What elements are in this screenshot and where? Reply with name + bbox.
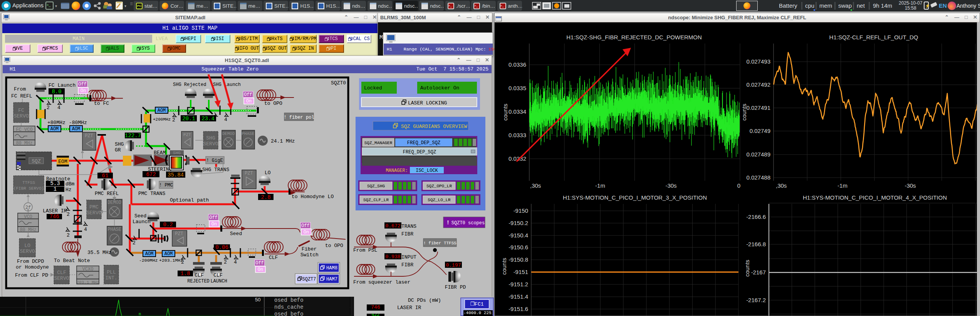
svg-text:LO: LO (24, 243, 30, 249)
svg-text:! GigE: ! GigE (206, 158, 223, 163)
svg-text:35.84: 35.84 (168, 172, 184, 178)
svg-text:Seed: Seed (230, 231, 242, 237)
svg-text:DEMOD: DEMOD (107, 200, 121, 205)
svg-text:to OPO: to OPO (325, 243, 343, 249)
svg-text:672: 672 (146, 171, 156, 178)
svg-text:-9150.4: -9150.4 (508, 232, 528, 239)
svg-text:H1:SQZ-SHG_FIBR_REJECTED_DC_PO: H1:SQZ-SHG_FIBR_REJECTED_DC_POWERMON (566, 34, 702, 40)
svg-text:2: 2 (67, 212, 70, 217)
svg-text:CLF: CLF (213, 272, 222, 278)
svg-text:EOM: EOM (58, 159, 67, 165)
svg-text:SQZT0 scopes: SQZT0 scopes (451, 220, 485, 226)
svg-text:AOM: AOM (164, 251, 173, 257)
svg-text:AOM: AOM (72, 126, 81, 132)
svg-text:1: 1 (54, 186, 57, 192)
svg-text:50: 50 (255, 297, 260, 303)
svg-text:SQZ_SHG: SQZ_SHG (367, 184, 385, 188)
svg-text:-9150.2: -9150.2 (508, 220, 528, 226)
svg-text:counts: counts (502, 104, 508, 121)
svg-text:35.5 MHz: 35.5 MHz (87, 250, 111, 255)
svg-text:to OPO: to OPO (264, 101, 282, 106)
svg-text:0.2: 0.2 (163, 222, 173, 228)
svg-text:CLF: CLF (269, 255, 278, 261)
svg-text:0.027489: 0.027489 (746, 151, 770, 158)
svg-text:On: On (304, 230, 309, 235)
svg-text:,30s: ,30s (776, 182, 787, 189)
svg-text:! PMC: ! PMC (159, 183, 173, 188)
svg-text:SHG: SHG (173, 151, 181, 155)
svg-text:1.8: 1.8 (180, 271, 190, 277)
svg-text:H1:SYS-MOTION_C_PICO_I_MOTOR_3: H1:SYS-MOTION_C_PICO_I_MOTOR_3_X_POSITIO… (563, 194, 707, 201)
svg-text:PZT: PZT (183, 133, 191, 137)
svg-text:2: 2 (213, 117, 216, 123)
svg-text:REJECTED: REJECTED (187, 279, 210, 284)
svg-text:+200MHz: +200MHz (153, 117, 171, 122)
svg-text:0.197: 0.197 (446, 262, 461, 268)
svg-text:SERVO: SERVO (54, 276, 69, 281)
svg-text:PHASE: PHASE (107, 227, 121, 232)
svg-text:SQZT0: SQZT0 (331, 80, 346, 86)
svg-text:-9150.8: -9150.8 (508, 256, 528, 263)
svg-text:61: 61 (102, 173, 109, 179)
svg-text:5.3: 5.3 (50, 180, 60, 187)
svg-text:-2167.2: -2167.2 (746, 297, 766, 303)
svg-text:HAM7: HAM7 (326, 277, 337, 282)
svg-text:SHG: SHG (115, 141, 124, 147)
svg-text:80 MHz: 80 MHz (20, 227, 36, 233)
svg-text:LASER IR: LASER IR (43, 208, 67, 214)
svg-text:!: ! (446, 220, 450, 226)
svg-text:0.672: 0.672 (385, 223, 400, 229)
svg-text:0.06: 0.06 (215, 244, 228, 250)
svg-text:HAM8: HAM8 (326, 266, 337, 271)
svg-text:4: 4 (57, 105, 60, 111)
svg-text:SQZ: SQZ (32, 158, 41, 164)
svg-text:0: 0 (737, 182, 740, 189)
svg-text:SHG Rejected: SHG Rejected (173, 82, 206, 87)
svg-text:counts: counts (501, 258, 507, 275)
svg-text:dBm: dBm (65, 181, 75, 187)
svg-text:SERVO: SERVO (86, 210, 101, 216)
svg-text:SQZ_OPO_LR: SQZ_OPO_LR (426, 184, 452, 188)
svg-text:Off: Off (78, 82, 87, 87)
svg-text:FIBR: FIBR (401, 262, 413, 268)
svg-text:Optional path: Optional path (170, 197, 209, 203)
svg-text:PZT: PZT (175, 231, 183, 237)
svg-text:-2167: -2167 (751, 269, 766, 276)
svg-text:AOM: AOM (145, 251, 154, 257)
svg-text:to FC: to FC (94, 101, 109, 106)
svg-text:On: On (81, 88, 86, 94)
svg-text:-9150: -9150 (513, 207, 528, 214)
svg-text:-2166.6: -2166.6 (746, 213, 766, 220)
svg-text:TRANS: TRANS (401, 224, 416, 229)
svg-text:PMC: PMC (89, 204, 99, 210)
svg-text:AOM: AOM (158, 108, 166, 113)
svg-text:FIBR: FIBR (401, 231, 413, 237)
svg-text:MANAGER:: MANAGER: (386, 168, 408, 173)
svg-text:PLL: PLL (107, 269, 116, 275)
svg-text:-30s: -30s (904, 182, 916, 189)
svg-text:0.0334: 0.0334 (508, 108, 526, 115)
svg-text:80 MHz: 80 MHz (16, 141, 32, 146)
svg-text:2: 2 (181, 259, 184, 265)
svg-text:PHASE: PHASE (242, 131, 254, 136)
svg-text:CLF: CLF (195, 272, 203, 278)
svg-text:AOM: AOM (50, 126, 59, 132)
svg-text:Off: Off (244, 92, 252, 97)
svg-text:2: 2 (224, 259, 227, 265)
svg-text:SQZ_CLF_LR: SQZ_CLF_LR (363, 198, 389, 202)
svg-text:+203.1MHz: +203.1MHz (159, 258, 183, 263)
svg-text:0.0333: 0.0333 (508, 132, 526, 138)
svg-text:INPUT: INPUT (401, 254, 416, 260)
svg-text:4: 4 (84, 227, 87, 232)
svg-text:-9151: -9151 (513, 269, 528, 275)
svg-text:ISC_LOCK: ISC_LOCK (416, 168, 438, 173)
svg-text:SQZ_MANAGER: SQZ_MANAGER (364, 141, 393, 145)
svg-text:From DCPD: From DCPD (17, 259, 44, 264)
svg-text:-9150.6: -9150.6 (508, 244, 528, 250)
svg-text:4: 4 (234, 259, 237, 265)
svg-text:0.0335: 0.0335 (508, 85, 526, 91)
svg-text:SQZT7: SQZT7 (302, 277, 316, 282)
svg-text:2: 2 (133, 240, 136, 246)
svg-text:LASER LOCKING: LASER LOCKING (408, 100, 447, 106)
svg-text:counts: counts (741, 104, 747, 121)
